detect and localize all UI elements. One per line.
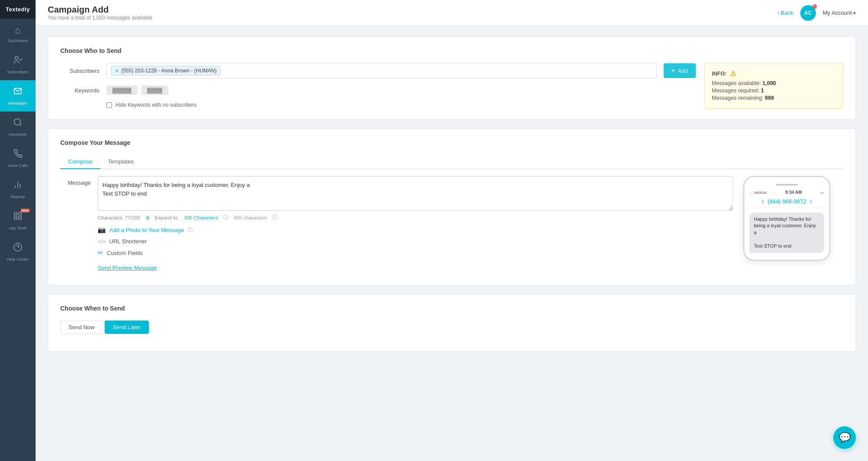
svg-line-3	[20, 124, 21, 126]
expand-306-button[interactable]: 306 Characters	[184, 215, 218, 220]
page-body: Choose Who to Send Subscribers × (555) 2…	[36, 26, 868, 461]
info-panel: INFO: ⚠ Messages available: 1,000 Messag…	[704, 63, 843, 109]
topbar: Campaign Add You have a total of 1,000 m…	[36, 0, 868, 26]
sidebar: Textedly ⌂ Dashboard Subscribers Message…	[0, 0, 36, 461]
phone-notch	[776, 184, 798, 186]
camera-icon: 📷	[98, 226, 106, 234]
add-subscriber-button[interactable]: + Add	[664, 63, 696, 78]
keywords-icon	[13, 118, 23, 130]
sidebar-item-subscribers[interactable]: Subscribers	[0, 49, 36, 80]
info-panel-header: INFO: ⚠	[712, 69, 836, 78]
expand-label: Expand to:	[155, 215, 179, 220]
url-shortener-label: URL Shortener	[109, 238, 147, 245]
messages-available-row: Messages available: 1,000	[712, 80, 836, 86]
keywords-boxes: ▓▓▓▓▓ ▓▓▓▓	[106, 85, 168, 95]
who-send-right: INFO: ⚠ Messages available: 1,000 Messag…	[704, 63, 843, 109]
subscribers-row: Subscribers × (555) 203-1228 - Anna Brow…	[60, 63, 696, 78]
send-now-tab[interactable]: Send Now	[60, 320, 103, 334]
svg-rect-10	[19, 217, 21, 219]
compose-title: Compose Your Message	[60, 139, 843, 146]
message-row: Message Happy birthday! Thanks for being…	[60, 176, 733, 211]
message-textarea[interactable]: Happy birthday! Thanks for being a loyal…	[98, 176, 733, 211]
keyword-box-1[interactable]: ▓▓▓▓▓	[106, 85, 138, 95]
svg-point-0	[15, 56, 18, 59]
hide-keywords-checkbox[interactable]	[106, 102, 112, 108]
char-count: Characters: 77/160	[98, 215, 140, 220]
url-shortener-row[interactable]: </> URL Shortener	[98, 238, 733, 245]
sidebar-item-reports[interactable]: Reports	[0, 174, 36, 205]
who-send-grid: Subscribers × (555) 203-1228 - Anna Brow…	[60, 63, 843, 109]
add-photo-link[interactable]: Add a Photo to Your Message	[109, 227, 184, 233]
keywords-label: Keywords	[60, 87, 99, 94]
add-photo-row[interactable]: 📷 Add a Photo to Your Message ⓘ	[98, 226, 733, 234]
hide-keywords-label[interactable]: Hide Keywords with no subscribers	[115, 102, 197, 108]
send-tabs: Send Now Send Later	[60, 320, 843, 334]
messages-required-row: Messages required: 1	[712, 88, 836, 94]
phone-battery-icon: ▭	[820, 190, 824, 195]
code-icon: </>	[98, 238, 106, 245]
chat-bubble[interactable]: 💬	[833, 426, 856, 449]
keywords-row: Keywords ▓▓▓▓▓ ▓▓▓▓	[60, 85, 696, 95]
when-to-send-title: Choose When to Send	[60, 305, 843, 312]
compose-left: Message Happy birthday! Thanks for being…	[60, 176, 733, 275]
compose-tabs: Compose Templates	[60, 155, 843, 169]
sidebar-item-messages[interactable]: Messages	[0, 80, 36, 111]
phone-forward-icon: ›	[809, 197, 812, 205]
topbar-right: Back AC 0 My Account	[777, 5, 856, 21]
subscribers-icon	[13, 55, 23, 67]
phone-number-bar: ‹ (844) 968-0872 ›	[750, 197, 824, 208]
subscriber-tag: × (555) 203-1228 - Anna Brown - (HUMAN)	[111, 66, 220, 75]
plus-icon: +	[671, 67, 675, 75]
keyword-box-2[interactable]: ▓▓▓▓	[141, 85, 168, 95]
expand-306-info-icon[interactable]: ⓘ	[223, 214, 228, 221]
sidebar-item-dashboard[interactable]: ⌂ Dashboard	[0, 19, 36, 49]
account-avatar: AC 0	[800, 5, 816, 21]
phone-message-bubble: Happy birthday! Thanks for being a loyal…	[750, 213, 824, 253]
phone-status: ... Verizon 9:34 AM ▭	[750, 190, 824, 195]
expand-455-info-icon[interactable]: ⓘ	[272, 214, 277, 221]
phone-mockup: ... Verizon 9:34 AM ▭ ‹ (844) 968-0872 ›…	[743, 176, 830, 261]
svg-rect-9	[14, 217, 17, 219]
page-header: Campaign Add You have a total of 1,000 m…	[48, 5, 152, 21]
sidebar-item-voice-calls[interactable]: Voice Calls	[0, 143, 36, 174]
back-link[interactable]: Back	[777, 10, 793, 16]
home-icon: ⌂	[15, 25, 20, 36]
svg-point-11	[14, 243, 22, 251]
app-tools-icon	[13, 211, 23, 223]
char-row: Characters: 77/160 ⊕ Expand to: 306 Char…	[98, 214, 733, 221]
send-later-tab[interactable]: Send Later	[105, 320, 149, 334]
expand-455-button[interactable]: 455 characters	[233, 215, 266, 220]
custom-fields-icon: ✏	[98, 249, 103, 257]
sidebar-item-app-tools[interactable]: NEW App Tools	[0, 205, 36, 236]
compose-card: Compose Your Message Compose Templates M…	[48, 128, 856, 285]
svg-point-2	[14, 119, 21, 125]
help-icon	[13, 242, 23, 255]
messages-icon	[13, 86, 23, 98]
svg-rect-7	[14, 213, 17, 215]
add-photo-info-icon[interactable]: ⓘ	[187, 226, 193, 234]
remove-subscriber-icon[interactable]: ×	[115, 67, 118, 74]
subscribers-label: Subscribers	[60, 68, 99, 74]
message-label: Message	[60, 176, 91, 211]
sidebar-item-keywords[interactable]: Keywords	[0, 111, 36, 143]
reports-icon	[13, 180, 23, 192]
compose-right: ... Verizon 9:34 AM ▭ ‹ (844) 968-0872 ›…	[743, 176, 843, 275]
page-title: Campaign Add	[48, 5, 152, 15]
tab-templates[interactable]: Templates	[100, 155, 141, 169]
sidebar-item-help-center[interactable]: Help Center	[0, 236, 36, 268]
send-preview-button[interactable]: Send Preview Message	[98, 261, 157, 275]
svg-rect-8	[19, 213, 21, 215]
new-badge: NEW	[20, 209, 30, 213]
page-subtitle: You have a total of 1,000 messages avail…	[48, 15, 152, 21]
subscriber-tag-input[interactable]: × (555) 203-1228 - Anna Brown - (HUMAN)	[106, 63, 657, 78]
tab-compose[interactable]: Compose	[60, 155, 100, 169]
chat-icon: 💬	[839, 432, 851, 443]
custom-fields-row[interactable]: ✏ Custom Fields	[98, 249, 733, 257]
compose-grid: Message Happy birthday! Thanks for being…	[60, 176, 843, 275]
account-menu[interactable]: My Account	[823, 10, 856, 16]
expand-info-icon: ⊕	[145, 215, 150, 221]
when-to-send-card: Choose When to Send Send Now Send Later	[48, 294, 856, 352]
main-content: Campaign Add You have a total of 1,000 m…	[36, 0, 868, 461]
info-icon: ⚠	[730, 69, 736, 78]
voice-calls-icon	[13, 149, 23, 161]
